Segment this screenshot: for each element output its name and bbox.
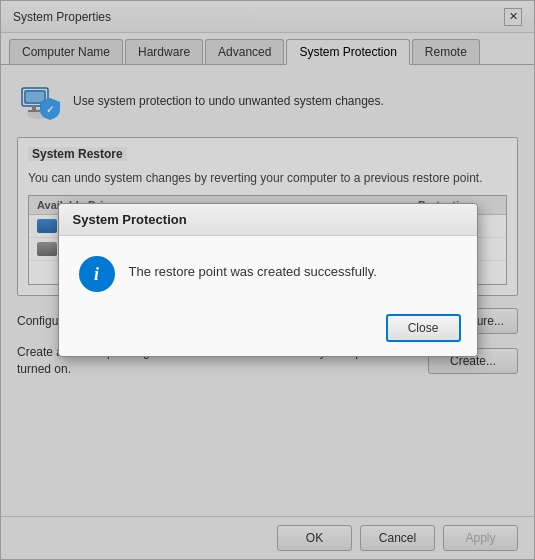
dialog-title: System Protection [59, 204, 477, 236]
dialog-close-button[interactable]: Close [386, 314, 461, 342]
system-protection-dialog: System Protection i The restore point wa… [58, 203, 478, 357]
system-properties-window: System Properties ✕ Computer Name Hardwa… [0, 0, 535, 560]
dialog-overlay: System Protection i The restore point wa… [1, 1, 534, 559]
dialog-footer: Close [59, 306, 477, 356]
info-icon: i [79, 256, 115, 292]
dialog-message: The restore point was created successful… [129, 256, 377, 282]
dialog-body: i The restore point was created successf… [59, 236, 477, 306]
